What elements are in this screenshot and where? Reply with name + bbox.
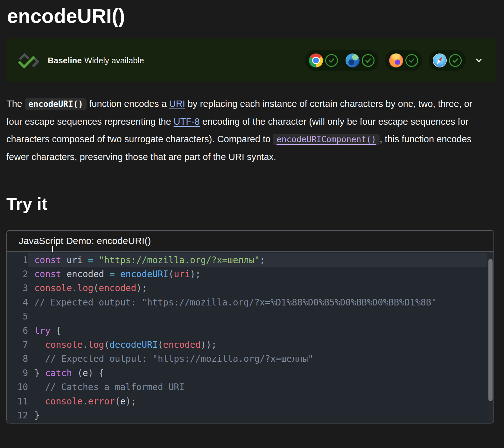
intro-text: The bbox=[6, 99, 25, 109]
expand-baseline-button[interactable] bbox=[472, 55, 486, 66]
code-line[interactable]: 10 // Catches a malformed URI bbox=[7, 380, 494, 394]
baseline-availability: Widely available bbox=[84, 56, 144, 65]
firefox-supported-check-icon bbox=[405, 54, 418, 67]
inline-code-encodeuricomponent: encodeURIComponent() bbox=[273, 134, 380, 145]
code-line[interactable]: 12} bbox=[7, 408, 494, 422]
baseline-banner[interactable]: BaselineWidely available bbox=[6, 38, 496, 82]
code-line-content[interactable]: // Expected output: "https://mozilla.org… bbox=[28, 295, 494, 309]
code-line-content[interactable]: const encoded = encodeURI(uri); bbox=[28, 267, 494, 281]
code-line-content[interactable] bbox=[28, 310, 494, 324]
code-line[interactable]: 1const uri = "https://mozilla.org/?x=шел… bbox=[7, 253, 494, 267]
line-number: 4 bbox=[7, 297, 28, 308]
code-line-content[interactable]: // Catches a malformed URI bbox=[28, 380, 494, 394]
edge-supported-check-icon bbox=[362, 54, 374, 67]
code-line[interactable]: 6try { bbox=[7, 324, 494, 338]
intro-paragraph: The encodeURI() function encodes a URI b… bbox=[6, 95, 481, 166]
code-line[interactable]: 2const encoded = encodeURI(uri); bbox=[7, 267, 494, 281]
line-number: 2 bbox=[7, 269, 28, 279]
safari-icon bbox=[433, 53, 447, 67]
code-line-content[interactable]: } bbox=[28, 408, 494, 422]
code-line[interactable]: 4// Expected output: "https://mozilla.or… bbox=[7, 295, 494, 309]
code-line-content[interactable]: console.log(encoded); bbox=[28, 281, 494, 295]
try-it-heading: Try it bbox=[6, 194, 496, 214]
text-cursor bbox=[52, 246, 53, 252]
line-number: 12 bbox=[7, 410, 28, 421]
browser-support-icons bbox=[305, 50, 486, 71]
line-number: 11 bbox=[7, 396, 28, 407]
code-line-content[interactable]: } catch (e) { bbox=[28, 366, 494, 380]
code-lines: 1const uri = "https://mozilla.org/?x=шел… bbox=[7, 253, 494, 423]
editor-scrollbar[interactable] bbox=[487, 252, 494, 423]
uri-link[interactable]: URI bbox=[169, 99, 185, 109]
intro-text: function encodes a bbox=[87, 99, 169, 109]
firefox-icon bbox=[389, 53, 403, 67]
edge-icon bbox=[346, 53, 360, 67]
baseline-status-label: BaselineWidely available bbox=[48, 56, 144, 66]
chrome-icon bbox=[309, 53, 323, 67]
page-title: encodeURI() bbox=[6, 2, 496, 27]
code-line[interactable]: 7 console.log(decodeURI(encoded)); bbox=[7, 338, 494, 352]
code-line[interactable]: 8 // Expected output: "https://mozilla.o… bbox=[7, 352, 494, 366]
code-line[interactable]: 5 bbox=[7, 310, 494, 324]
code-line-content[interactable]: const uri = "https://mozilla.org/?x=шелл… bbox=[28, 253, 494, 267]
code-line[interactable]: 9} catch (e) { bbox=[7, 366, 494, 380]
line-number: 10 bbox=[7, 382, 28, 392]
chrome-supported-check-icon bbox=[325, 54, 338, 67]
chrome-edge-support-group bbox=[305, 50, 379, 71]
inline-code-encodeuri: encodeURI() bbox=[25, 98, 87, 110]
line-number: 1 bbox=[7, 255, 28, 265]
chevron-down-icon bbox=[474, 57, 484, 64]
code-line-content[interactable]: console.log(decodeURI(encoded)); bbox=[28, 338, 494, 352]
code-line-content[interactable]: console.error(e); bbox=[28, 394, 494, 408]
baseline-label: Baseline bbox=[48, 56, 82, 65]
demo-title: JavaScript Demo: encodeURI() bbox=[19, 235, 151, 246]
safari-support-group bbox=[429, 50, 466, 71]
line-number: 7 bbox=[7, 340, 28, 350]
utf8-link[interactable]: UTF-8 bbox=[174, 116, 200, 127]
code-editor[interactable]: 1const uri = "https://mozilla.org/?x=шел… bbox=[7, 252, 494, 423]
line-number: 5 bbox=[7, 311, 28, 322]
line-number: 6 bbox=[7, 326, 28, 336]
scrollbar-thumb[interactable] bbox=[488, 259, 493, 401]
code-line[interactable]: 3console.log(encoded); bbox=[7, 281, 494, 295]
firefox-support-group bbox=[385, 50, 422, 71]
interactive-demo-panel: JavaScript Demo: encodeURI() 1const uri … bbox=[6, 230, 494, 424]
line-number: 3 bbox=[7, 283, 28, 293]
mdn-page: encodeURI() BaselineWidely available bbox=[0, 0, 504, 424]
line-number: 8 bbox=[7, 354, 28, 364]
code-line[interactable]: 11 console.error(e); bbox=[7, 394, 494, 408]
encodeuricomponent-link[interactable]: encodeURIComponent() bbox=[273, 134, 380, 144]
code-line-content[interactable]: // Expected output: "https://mozilla.org… bbox=[28, 352, 494, 366]
code-line-content[interactable]: try { bbox=[28, 324, 494, 338]
line-number: 9 bbox=[7, 368, 28, 378]
safari-supported-check-icon bbox=[449, 54, 462, 67]
demo-header: JavaScript Demo: encodeURI() bbox=[7, 231, 494, 252]
baseline-icon bbox=[17, 51, 40, 70]
